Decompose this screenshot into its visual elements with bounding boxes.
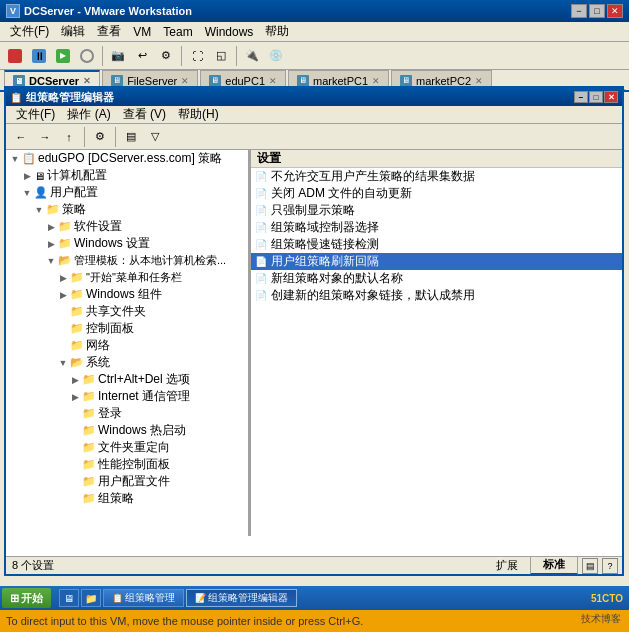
menu-help[interactable]: 帮助 (259, 21, 295, 42)
taskbar-gpe-editor[interactable]: 📝 组策略管理编辑器 (186, 589, 297, 607)
tree-node-admintempl[interactable]: ▼ 📂 管理模板：从本地计算机检索... (6, 252, 248, 269)
tree-node-wincomp[interactable]: ▶ 📁 Windows 组件 (6, 286, 248, 303)
gpe-tb-filter[interactable]: ▽ (144, 126, 166, 148)
toolbar-btn-11[interactable]: 💿 (265, 45, 287, 67)
tree-toggle-computer[interactable]: ▶ (20, 169, 34, 183)
tree-node-root[interactable]: ▼ 📋 eduGPO [DCServer.ess.com] 策略 (6, 150, 248, 167)
right-item-6[interactable]: 📄 用户组策略刷新回隔 (251, 253, 622, 270)
tree-toggle-network[interactable] (56, 339, 70, 353)
tree-toggle-policy[interactable]: ▼ (32, 203, 46, 217)
tab-fileserver-close[interactable]: ✕ (181, 76, 189, 86)
menu-windows[interactable]: Windows (199, 23, 260, 41)
taskbar-icon2[interactable]: 📁 (81, 589, 101, 607)
gpe-tb-up[interactable]: ↑ (58, 126, 80, 148)
tab-marketpc1-close[interactable]: ✕ (372, 76, 380, 86)
gpe-maximize-btn[interactable]: □ (589, 91, 603, 103)
tree-node-system[interactable]: ▼ 📂 系统 (6, 354, 248, 371)
toolbar-btn-4[interactable] (76, 45, 98, 67)
start-label: 开始 (21, 591, 43, 606)
menu-view[interactable]: 查看 (91, 21, 127, 42)
taskbar-icon1[interactable]: 🖥 (59, 589, 79, 607)
gpe-menu-action[interactable]: 操作 (A) (61, 105, 116, 124)
tree-toggle-admintempl[interactable]: ▼ (44, 254, 58, 268)
tree-node-shared[interactable]: 📁 共享文件夹 (6, 303, 248, 320)
toolbar-btn-8[interactable]: ⛶ (186, 45, 208, 67)
toolbar-btn-9[interactable]: ◱ (210, 45, 232, 67)
gpe-menu-help[interactable]: 帮助(H) (172, 105, 225, 124)
tree-toggle-windows[interactable]: ▶ (44, 237, 58, 251)
toolbar-btn-2[interactable]: ⏸ (28, 45, 50, 67)
toolbar-btn-5[interactable]: 📷 (107, 45, 129, 67)
tab-edupc1-close[interactable]: ✕ (269, 76, 277, 86)
menu-vm[interactable]: VM (127, 23, 157, 41)
tree-toggle-logon[interactable] (68, 407, 82, 421)
tree-toggle-software[interactable]: ▶ (44, 220, 58, 234)
tree-toggle-shared[interactable] (56, 305, 70, 319)
tree-toggle-userfile[interactable] (68, 475, 82, 489)
taskbar-gpe-mgr[interactable]: 📋 组策略管理 (103, 589, 184, 607)
menu-team[interactable]: Team (157, 23, 198, 41)
tree-node-redirect[interactable]: 📁 文件夹重定向 (6, 439, 248, 456)
right-item-8[interactable]: 📄 创建新的组策略对象链接，默认成禁用 (251, 287, 622, 304)
gpe-minimize-btn[interactable]: − (574, 91, 588, 103)
menu-file[interactable]: 文件(F) (4, 21, 55, 42)
tree-toggle-root[interactable]: ▼ (8, 152, 22, 166)
tree-node-internet[interactable]: ▶ 📁 Internet 通信管理 (6, 388, 248, 405)
toolbar-btn-7[interactable]: ⚙ (155, 45, 177, 67)
right-item-5[interactable]: 📄 组策略慢速链接检测 (251, 236, 622, 253)
tree-node-logon[interactable]: 📁 登录 (6, 405, 248, 422)
tree-toggle-startmenu[interactable]: ▶ (56, 271, 70, 285)
toolbar-btn-10[interactable]: 🔌 (241, 45, 263, 67)
tree-node-winboot[interactable]: 📁 Windows 热启动 (6, 422, 248, 439)
gpe-tb-view[interactable]: ▤ (120, 126, 142, 148)
tree-toggle-internet[interactable]: ▶ (68, 390, 82, 404)
tree-node-ctrlaltdel[interactable]: ▶ 📁 Ctrl+Alt+Del 选项 (6, 371, 248, 388)
tree-node-network[interactable]: 📁 网络 (6, 337, 248, 354)
menu-edit[interactable]: 编辑 (55, 21, 91, 42)
gpe-tb-forward[interactable]: → (34, 126, 56, 148)
tree-toggle-grouppol[interactable] (68, 492, 82, 506)
tab-marketpc2-close[interactable]: ✕ (475, 76, 483, 86)
right-item-1[interactable]: 📄 不允许交互用户产生策略的结果集数据 (251, 168, 622, 185)
tree-toggle-cpanel[interactable] (56, 322, 70, 336)
tree-node-computer[interactable]: ▶ 🖥 计算机配置 (6, 167, 248, 184)
start-button[interactable]: ⊞ 开始 (2, 588, 51, 608)
tree-toggle-perf[interactable] (68, 458, 82, 472)
right-item-3[interactable]: 📄 只强制显示策略 (251, 202, 622, 219)
tree-toggle-system[interactable]: ▼ (56, 356, 70, 370)
gpe-close-btn[interactable]: ✕ (604, 91, 618, 103)
gpe-tab-expand[interactable]: 扩展 (484, 557, 531, 574)
minimize-button[interactable]: − (571, 4, 587, 18)
right-item-4[interactable]: 📄 组策略域控制器选择 (251, 219, 622, 236)
toolbar-btn-6[interactable]: ↩ (131, 45, 153, 67)
toolbar-btn-1[interactable] (4, 45, 26, 67)
tree-toggle-wincomp[interactable]: ▶ (56, 288, 70, 302)
tree-node-grouppol[interactable]: 📁 组策略 (6, 490, 248, 507)
tree-node-perf[interactable]: 📁 性能控制面板 (6, 456, 248, 473)
maximize-button[interactable]: □ (589, 4, 605, 18)
close-button[interactable]: ✕ (607, 4, 623, 18)
right-item-2[interactable]: 📄 关闭 ADM 文件的自动更新 (251, 185, 622, 202)
tree-label-root: eduGPO [DCServer.ess.com] 策略 (38, 150, 222, 167)
tree-node-startmenu[interactable]: ▶ 📁 "开始"菜单和任务栏 (6, 269, 248, 286)
tree-toggle-redirect[interactable] (68, 441, 82, 455)
gpe-tb-back[interactable]: ← (10, 126, 32, 148)
tree-toggle-userconfig[interactable]: ▼ (20, 186, 34, 200)
tree-toggle-winboot[interactable] (68, 424, 82, 438)
right-item-7[interactable]: 📄 新组策略对象的默认名称 (251, 270, 622, 287)
toolbar-btn-3[interactable]: ▶ (52, 45, 74, 67)
gpe-tb-action[interactable]: ⚙ (89, 126, 111, 148)
tree-node-policy[interactable]: ▼ 📁 策略 (6, 201, 248, 218)
tree-toggle-ctrlaltdel[interactable]: ▶ (68, 373, 82, 387)
gpe-menu-file[interactable]: 文件(F) (10, 105, 61, 124)
tree-label-winboot: Windows 热启动 (98, 422, 186, 439)
gpe-mgr-icon: 📋 (112, 593, 123, 603)
gpe-tab-standard[interactable]: 标准 (531, 556, 578, 575)
tab-dcserver-close[interactable]: ✕ (83, 76, 91, 86)
tree-node-userfile[interactable]: 📁 用户配置文件 (6, 473, 248, 490)
tree-node-userconfig[interactable]: ▼ 👤 用户配置 (6, 184, 248, 201)
tree-node-windows[interactable]: ▶ 📁 Windows 设置 (6, 235, 248, 252)
gpe-menu-view[interactable]: 查看 (V) (117, 105, 172, 124)
tree-node-cpanel[interactable]: 📁 控制面板 (6, 320, 248, 337)
tree-node-software[interactable]: ▶ 📁 软件设置 (6, 218, 248, 235)
